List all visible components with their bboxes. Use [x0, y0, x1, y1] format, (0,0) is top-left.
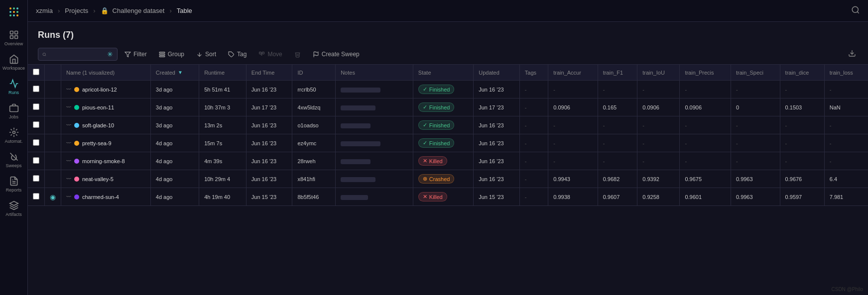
- breadcrumb-projects[interactable]: Projects: [65, 7, 88, 14]
- row-checkbox[interactable]: [33, 139, 39, 146]
- row-tags-cell: -: [519, 116, 548, 134]
- sidebar-item-automat[interactable]: Automat.: [0, 123, 27, 148]
- sidebar-item-overview-label: Overview: [4, 41, 23, 46]
- th-train-dice[interactable]: train_dice: [780, 65, 824, 81]
- th-tags[interactable]: Tags: [519, 65, 548, 81]
- row-checkbox[interactable]: [33, 86, 39, 92]
- row-updated-cell: Jun 16 '23: [474, 152, 520, 170]
- run-name[interactable]: 〰 soft-glade-10: [66, 122, 145, 128]
- row-runtime-cell: 4h 19m 40: [199, 188, 247, 206]
- row-checkbox-cell: [28, 134, 45, 152]
- sort-button[interactable]: Sort: [191, 48, 221, 60]
- row-checkbox[interactable]: [33, 103, 39, 110]
- row-name-cell: 〰 apricot-lion-12: [61, 81, 151, 98]
- row-checkbox[interactable]: [33, 175, 39, 182]
- row-updated-cell: Jun 16 '23: [474, 134, 520, 152]
- th-created[interactable]: Created ▼: [150, 65, 199, 81]
- breadcrumb-dataset[interactable]: Challenge dataset: [113, 7, 165, 14]
- row-train-dice-cell: -: [780, 152, 824, 170]
- row-checkbox[interactable]: [33, 121, 39, 128]
- th-id[interactable]: ID: [292, 65, 336, 81]
- row-train-f1-cell: -: [598, 134, 637, 152]
- row-created-cell: 3d ago: [150, 116, 199, 134]
- row-checkbox[interactable]: [33, 193, 39, 199]
- group-button[interactable]: Group: [154, 48, 189, 60]
- th-train-f1[interactable]: train_F1: [598, 65, 637, 81]
- th-train-speci[interactable]: train_Speci: [731, 65, 780, 81]
- th-train-iou[interactable]: train_IoU: [637, 65, 680, 81]
- row-train-iou-cell: 0.9258: [637, 188, 680, 206]
- sidebar-item-workspace[interactable]: Workspace: [0, 50, 27, 75]
- row-updated-cell: Jun 17 '23: [474, 98, 520, 116]
- sidebar-item-runs-label: Runs: [8, 90, 19, 95]
- sidebar-item-runs[interactable]: Runs: [0, 75, 27, 99]
- th-train-loss[interactable]: train_loss: [824, 65, 868, 81]
- row-runtime-cell: 13m 2s: [199, 116, 247, 134]
- sidebar-item-reports[interactable]: Reports: [0, 172, 27, 197]
- th-train-accur[interactable]: train_Accur: [548, 65, 598, 81]
- select-all-checkbox[interactable]: [33, 69, 39, 75]
- run-name[interactable]: 〰 pious-eon-11: [66, 104, 145, 110]
- row-checkbox[interactable]: [33, 157, 39, 164]
- row-train-accur-cell: -: [548, 81, 598, 98]
- row-state-cell: ✓ Finished: [413, 116, 473, 134]
- th-notes[interactable]: Notes: [336, 65, 413, 81]
- row-notes-cell: [336, 116, 413, 134]
- row-train-iou-cell: -: [637, 152, 680, 170]
- state-icon: ✓: [423, 140, 427, 146]
- run-name[interactable]: 〰 charmed-sun-4: [66, 194, 145, 200]
- svg-point-5: [16, 11, 18, 13]
- row-created-cell: 3d ago: [150, 98, 199, 116]
- row-train-f1-cell: 0.165: [598, 98, 637, 116]
- row-endtime-cell: Jun 16 '23: [246, 116, 292, 134]
- name-sort[interactable]: Name (1 visualized): [66, 70, 145, 76]
- filter-button[interactable]: Filter: [120, 48, 152, 60]
- row-created-cell: 4d ago: [150, 170, 199, 188]
- app-logo[interactable]: [6, 4, 22, 20]
- breadcrumb-sep-2: ›: [93, 7, 95, 14]
- row-state-cell: ✕ Killed: [413, 188, 473, 206]
- svg-marker-17: [9, 201, 18, 205]
- search-box[interactable]: ✳: [38, 48, 118, 61]
- topbar-search-btn[interactable]: [195, 5, 860, 16]
- row-name-cell: 〰 charmed-sun-4: [61, 188, 151, 206]
- tag-button[interactable]: Tag: [223, 48, 251, 60]
- th-train-precis[interactable]: train_Precis: [680, 65, 731, 81]
- run-name[interactable]: 〰 neat-valley-5: [66, 176, 145, 182]
- created-sort[interactable]: Created ▼: [156, 70, 194, 76]
- row-vis-cell: [45, 81, 61, 98]
- row-state-cell: ✓ Finished: [413, 81, 473, 98]
- th-runtime[interactable]: Runtime: [199, 65, 247, 81]
- create-sweep-button[interactable]: Create Sweep: [308, 48, 365, 60]
- search-input[interactable]: [49, 51, 104, 58]
- delete-button[interactable]: [289, 49, 306, 60]
- row-train-loss-cell: NaN: [824, 98, 868, 116]
- sidebar-item-sweeps[interactable]: Sweeps: [0, 148, 27, 172]
- row-id-cell: x841hfi: [292, 170, 336, 188]
- state-badge: ✓ Finished: [418, 85, 455, 94]
- sidebar-item-artifacts[interactable]: Artifacts: [0, 197, 27, 221]
- th-updated[interactable]: Updated: [474, 65, 520, 81]
- breadcrumb-workspace[interactable]: xzmia: [36, 7, 53, 14]
- th-endtime[interactable]: End Time: [246, 65, 292, 81]
- sidebar-item-jobs[interactable]: Jobs: [0, 99, 27, 123]
- state-badge: ✓ Finished: [418, 138, 455, 148]
- move-button[interactable]: Move: [253, 48, 287, 60]
- group-icon: [159, 51, 165, 58]
- row-created-cell: 4d ago: [150, 188, 199, 206]
- sidebar-item-overview[interactable]: Overview: [0, 26, 27, 50]
- run-name[interactable]: 〰 morning-smoke-8: [66, 158, 145, 164]
- move-label: Move: [267, 51, 282, 58]
- run-name[interactable]: 〰 pretty-sea-9: [66, 140, 145, 146]
- th-state[interactable]: State: [413, 65, 473, 81]
- download-button[interactable]: [846, 47, 858, 61]
- run-name[interactable]: 〰 apricot-lion-12: [66, 87, 145, 93]
- th-name[interactable]: Name (1 visualized): [61, 65, 151, 81]
- state-icon: ✕: [423, 194, 427, 200]
- row-train-iou-cell: -: [637, 81, 680, 98]
- sidebar-item-workspace-label: Workspace: [2, 66, 25, 71]
- runs-table: Name (1 visualized) Created ▼ Runtime En…: [28, 65, 868, 206]
- row-train-precis-cell: -: [680, 116, 731, 134]
- wave-icon: 〰: [66, 194, 71, 199]
- page-title: Runs (7): [28, 22, 868, 44]
